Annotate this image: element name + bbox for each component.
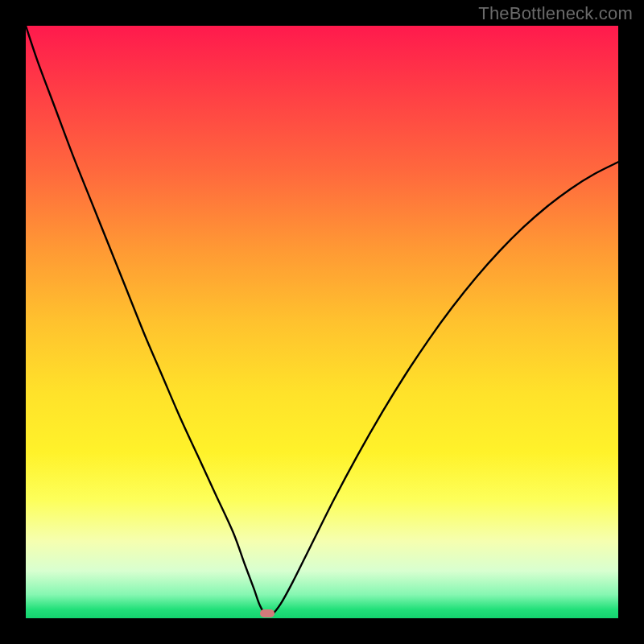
watermark-text: TheBottleneck.com — [478, 3, 633, 24]
chart-frame: TheBottleneck.com — [0, 0, 644, 644]
plot-area — [26, 26, 618, 618]
minimum-marker — [260, 609, 275, 617]
bottleneck-curve — [26, 26, 618, 616]
curve-svg — [26, 26, 618, 618]
